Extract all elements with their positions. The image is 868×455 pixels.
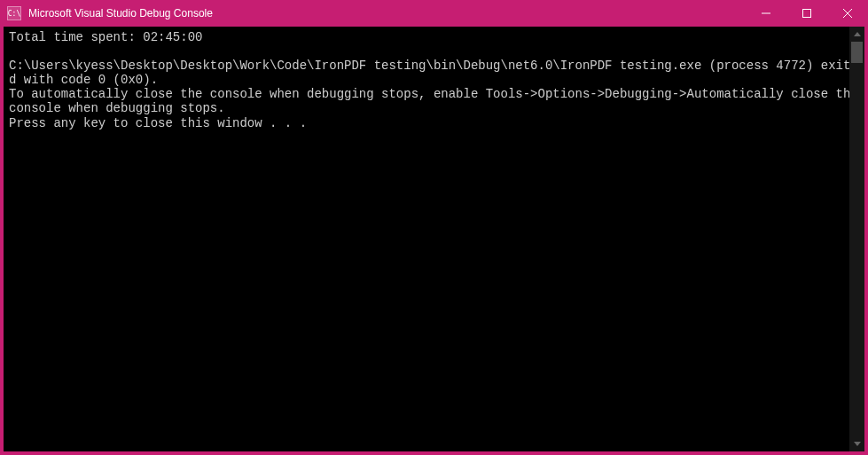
maximize-button[interactable]: [786, 0, 827, 27]
chevron-down-icon: [854, 442, 861, 446]
close-icon: [843, 9, 852, 18]
vertical-scrollbar[interactable]: [849, 27, 864, 451]
chevron-up-icon: [854, 32, 861, 36]
minimize-button[interactable]: [746, 0, 786, 27]
window-title: Microsoft Visual Studio Debug Console: [28, 7, 746, 20]
debug-console-window: C:\ Microsoft Visual Studio Debug Consol…: [0, 0, 868, 455]
svg-rect-1: [803, 10, 811, 18]
console-body: Total time spent: 02:45:00 C:\Users\kyes…: [4, 27, 864, 451]
titlebar[interactable]: C:\ Microsoft Visual Studio Debug Consol…: [0, 0, 868, 27]
window-controls: [746, 0, 868, 27]
close-button[interactable]: [827, 0, 868, 27]
console-output[interactable]: Total time spent: 02:45:00 C:\Users\kyes…: [4, 27, 864, 451]
scrollbar-thumb[interactable]: [851, 42, 863, 63]
scrollbar-track[interactable]: [849, 42, 864, 436]
scroll-up-button[interactable]: [849, 27, 864, 42]
minimize-icon: [762, 9, 770, 18]
scroll-down-button[interactable]: [849, 436, 864, 451]
maximize-icon: [802, 9, 811, 18]
app-icon-label: C:\: [8, 10, 20, 18]
app-icon: C:\: [7, 6, 21, 20]
